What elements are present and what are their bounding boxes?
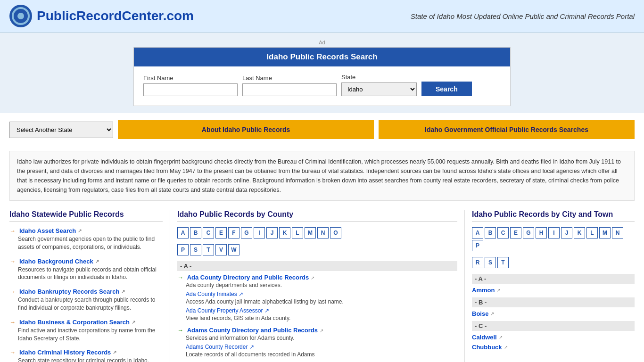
- search-fields: First Name Last Name State Idaho Alabama…: [134, 66, 510, 99]
- alpha-K[interactable]: K: [279, 227, 290, 239]
- search-button[interactable]: Search: [421, 82, 472, 96]
- ada-inmates-link[interactable]: Ada County Inmates ↗: [186, 291, 457, 297]
- idaho-bankruptcy-link[interactable]: → Idaho Bankruptcy Records Search ↗: [9, 288, 163, 295]
- list-item: → Idaho Asset Search ↗ Search government…: [9, 227, 163, 251]
- city-alpha-J[interactable]: J: [561, 227, 572, 239]
- county-desc: Ada county departments and services.: [186, 281, 457, 289]
- statewide-title: Idaho Statewide Public Records: [9, 210, 163, 222]
- list-item: → Idaho Business & Corporation Search ↗ …: [9, 319, 163, 343]
- search-box: Idaho Public Records Search First Name L…: [133, 47, 511, 106]
- alpha-P[interactable]: P: [177, 244, 189, 255]
- ada-property-assessor-link[interactable]: Ada County Property Assessor ↗: [186, 307, 457, 314]
- alpha-J[interactable]: J: [266, 227, 278, 239]
- external-link-icon: ↗: [490, 311, 494, 316]
- green-arrow-icon: →: [177, 327, 183, 334]
- about-idaho-button[interactable]: About Idaho Public Records: [118, 120, 374, 139]
- alpha-E[interactable]: E: [215, 227, 227, 239]
- external-link-icon: ↗: [499, 335, 503, 340]
- alpha-C[interactable]: C: [203, 227, 214, 239]
- ad-section: Ad Idaho Public Records Search First Nam…: [0, 33, 644, 113]
- external-link-icon: ↗: [121, 289, 125, 294]
- ada-county-link[interactable]: Ada County Directory and Public Records: [187, 274, 309, 281]
- green-arrow-icon: →: [177, 274, 183, 281]
- city-alpha-G[interactable]: G: [523, 227, 534, 239]
- city-entry-ammon: Ammon ↗: [472, 287, 635, 294]
- city-section-a-header: - A -: [472, 274, 635, 284]
- city-entry-caldwell: Caldwell ↗: [472, 334, 635, 341]
- info-text: Idaho law authorizes for private individ…: [17, 158, 621, 193]
- alpha-M[interactable]: M: [305, 227, 316, 239]
- idaho-asset-search-link[interactable]: → Idaho Asset Search ↗: [9, 227, 163, 234]
- adams-recorder-link[interactable]: Adams County Recorder ↗: [186, 344, 457, 350]
- city-alpha-nav-row1: A B C E G H I J K L M N P: [472, 227, 635, 251]
- state-label: State: [341, 74, 417, 81]
- state-field: State Idaho Alabama Alaska Arizona: [341, 74, 417, 96]
- city-alpha-P[interactable]: P: [472, 240, 483, 251]
- city-alpha-I[interactable]: I: [548, 227, 560, 239]
- chubbuck-link[interactable]: Chubbuck: [472, 344, 502, 351]
- city-alpha-N[interactable]: N: [612, 227, 623, 239]
- logo-icon: [9, 5, 32, 27]
- arrow-icon: →: [9, 258, 16, 265]
- city-alpha-A[interactable]: A: [472, 227, 483, 239]
- city-alpha-nav-row2: R S T: [472, 257, 635, 268]
- info-text-block: Idaho law authorizes for private individ…: [9, 151, 635, 201]
- county-alpha-nav-row2: P S T V W: [177, 244, 457, 255]
- city-alpha-L[interactable]: L: [586, 227, 598, 239]
- city-alpha-H[interactable]: H: [536, 227, 547, 239]
- alpha-S[interactable]: S: [190, 244, 201, 255]
- county-desc: Access Ada county jail inmate alphabetic…: [186, 298, 457, 306]
- alpha-F[interactable]: F: [228, 227, 239, 239]
- caldwell-link[interactable]: Caldwell: [472, 334, 497, 341]
- alpha-A[interactable]: A: [177, 227, 189, 239]
- arrow-icon: →: [9, 227, 16, 234]
- city-alpha-E[interactable]: E: [510, 227, 521, 239]
- logo-area: PublicRecordCenter.com: [9, 5, 194, 27]
- first-name-input[interactable]: [143, 83, 238, 96]
- nav-buttons: Select Another State Alabama Alaska Ariz…: [0, 113, 644, 146]
- alpha-N[interactable]: N: [317, 227, 329, 239]
- city-alpha-M[interactable]: M: [599, 227, 611, 239]
- external-link-icon: ↗: [113, 350, 116, 355]
- state-another-select[interactable]: Select Another State Alabama Alaska Ariz…: [9, 122, 113, 138]
- city-alpha-R[interactable]: R: [472, 257, 483, 268]
- alpha-L[interactable]: L: [292, 227, 303, 239]
- county-entry-adams: → Adams County Directory and Public Reco…: [177, 327, 457, 359]
- county-desc: View land records, GIS site in Ada count…: [186, 314, 457, 322]
- last-name-input[interactable]: [242, 83, 337, 96]
- ammon-link[interactable]: Ammon: [472, 287, 495, 294]
- county-section-a-header: - A -: [177, 261, 457, 271]
- idaho-background-check-link[interactable]: → Idaho Background Check ↗: [9, 258, 163, 265]
- alpha-T[interactable]: T: [203, 244, 214, 255]
- idaho-criminal-history-link[interactable]: → Idaho Criminal History Records ↗: [9, 349, 163, 356]
- city-alpha-C[interactable]: C: [497, 227, 509, 239]
- idaho-business-search-link[interactable]: → Idaho Business & Corporation Search ↗: [9, 319, 163, 326]
- boise-link[interactable]: Boise: [472, 310, 488, 317]
- list-item: → Idaho Bankruptcy Records Search ↗ Cond…: [9, 288, 163, 312]
- alpha-O[interactable]: O: [330, 227, 341, 239]
- alpha-G[interactable]: G: [241, 227, 252, 239]
- external-link-icon: ↗: [132, 320, 135, 325]
- city-alpha-S[interactable]: S: [485, 257, 496, 268]
- state-select[interactable]: Idaho Alabama Alaska Arizona: [341, 82, 417, 96]
- alpha-B[interactable]: B: [190, 227, 201, 239]
- record-description: Conduct a bankruptcy search through publ…: [18, 296, 163, 312]
- city-alpha-B[interactable]: B: [485, 227, 496, 239]
- government-search-button[interactable]: Idaho Government Official Public Records…: [379, 120, 635, 139]
- alpha-W[interactable]: W: [228, 244, 239, 255]
- city-title: Idaho Public Records by City and Town: [472, 210, 635, 222]
- external-link-icon: ↗: [78, 228, 82, 233]
- city-records-column: Idaho Public Records by City and Town A …: [465, 210, 635, 362]
- last-name-label: Last Name: [242, 74, 337, 82]
- city-section-b-header: - B -: [472, 297, 635, 307]
- ad-label: Ad: [9, 40, 635, 45]
- alpha-I[interactable]: I: [254, 227, 265, 239]
- city-alpha-T[interactable]: T: [497, 257, 509, 268]
- adams-county-link[interactable]: Adams County Directory and Public Record…: [187, 327, 318, 334]
- alpha-V[interactable]: V: [215, 244, 227, 255]
- external-link-icon: ↗: [95, 259, 99, 264]
- external-link-icon: ↗: [496, 288, 500, 293]
- county-entry-ada: → Ada County Directory and Public Record…: [177, 274, 457, 322]
- city-alpha-K[interactable]: K: [574, 227, 585, 239]
- county-title: Idaho Public Records by County: [177, 210, 457, 222]
